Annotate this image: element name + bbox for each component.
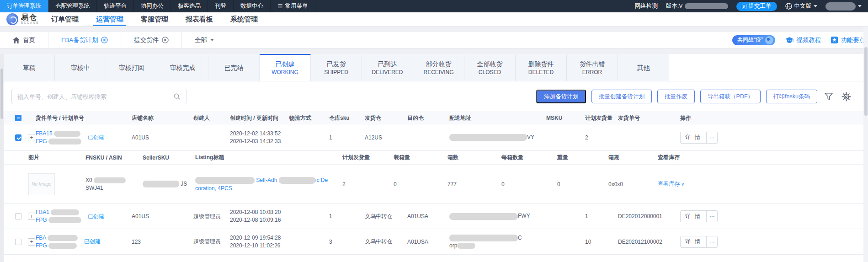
table-settings-button[interactable] xyxy=(840,91,852,102)
submit-shipment-tab[interactable]: 提交货件 xyxy=(121,32,182,48)
detail-button[interactable]: 详 情 xyxy=(681,132,706,143)
batch-create-plan-button[interactable]: 批量创建备货计划 xyxy=(591,90,652,103)
tab-under-review[interactable]: 审核中 xyxy=(55,54,106,81)
tab-other[interactable]: 其他 xyxy=(618,54,669,81)
creator: 超级管理员 xyxy=(193,238,230,246)
view-stock-link[interactable]: 查看库存 xyxy=(658,181,680,187)
subcol-per-box: 每箱数量 xyxy=(501,154,557,161)
system-nav-collaboration[interactable]: 协同办公 xyxy=(134,0,171,12)
plan-no-link[interactable]: FPG xyxy=(36,217,47,223)
subtable-header-row: 图片 FNSKU / ASIN SellerSKU Listing标题 计划发货… xyxy=(4,151,863,165)
ship-from-warehouse: 义乌中转仓 xyxy=(365,238,407,246)
system-nav-product-selection[interactable]: 极客选品 xyxy=(171,0,208,12)
created-time: 2020-12-08 10:08:20 xyxy=(230,209,286,216)
home-tab[interactable]: 首页 xyxy=(0,32,48,48)
scrollbar-thumb[interactable] xyxy=(864,47,868,116)
delivery-address: C orp xyxy=(449,234,546,250)
language-selector[interactable]: 中文版 xyxy=(785,2,818,10)
tab-shipped[interactable]: 已发货SHIPPED xyxy=(311,54,362,81)
more-actions-button[interactable]: ··· xyxy=(706,236,717,247)
search-icon[interactable] xyxy=(174,93,181,100)
subcol-box-size: 箱规 xyxy=(608,154,658,161)
scrollbar-thumb[interactable] xyxy=(0,69,3,119)
chevron-down-icon xyxy=(814,5,817,7)
system-nav-tracking[interactable]: 轨迹平台 xyxy=(97,0,134,12)
expand-row-button[interactable]: + xyxy=(28,134,35,141)
tab-working[interactable]: 已创建WORKING xyxy=(260,54,311,81)
tab-review-rejected[interactable]: 审核打回 xyxy=(106,54,157,81)
tab-finished[interactable]: 已完结 xyxy=(208,54,260,81)
expand-row-button[interactable]: + xyxy=(28,238,35,246)
more-actions-button[interactable]: ··· xyxy=(706,211,717,222)
filter-button[interactable] xyxy=(823,91,835,102)
detail-button[interactable]: 详 情 xyxy=(681,211,706,222)
tab-delivered[interactable]: 已到达DELIVERED xyxy=(362,54,413,81)
detail-button[interactable]: 详 情 xyxy=(681,236,706,247)
table-row: + FBA FPG 已创建 123 超级管理员 2020-12-09 19:54… xyxy=(4,229,863,255)
epidemic-campaign-badge[interactable]: 共同战“疫” xyxy=(732,35,775,45)
system-nav-publishing[interactable]: 刊登 xyxy=(208,0,234,12)
video-tutorial-link[interactable]: 视频教程 xyxy=(785,36,821,44)
subcol-box-count: 箱数 xyxy=(447,154,501,161)
tab-strip-filler xyxy=(669,54,863,81)
select-all-checkbox[interactable] xyxy=(15,115,21,121)
redacted-text xyxy=(143,181,179,187)
plan-no-link[interactable]: FPG xyxy=(36,242,47,249)
tab-receiving[interactable]: 部分收货RECEIVING xyxy=(413,54,464,81)
listing-title-link[interactable]: Self-Adh xyxy=(256,177,277,183)
shipment-no-link[interactable]: FBA15 xyxy=(36,130,53,137)
expand-row-button[interactable]: + xyxy=(28,213,35,220)
subcol-planned-qty: 计划发货量 xyxy=(342,154,394,161)
epidemic-icon xyxy=(765,36,773,44)
row-checkbox[interactable] xyxy=(15,239,21,245)
nav-system-management[interactable]: 系统管理 xyxy=(228,12,261,26)
shop-name: A01US xyxy=(132,213,193,219)
shipment-no-link[interactable]: FBA1 xyxy=(36,209,49,215)
search-input[interactable] xyxy=(12,93,174,100)
more-actions-button[interactable]: ··· xyxy=(706,132,717,143)
close-icon[interactable] xyxy=(101,37,108,43)
gear-icon xyxy=(841,92,851,102)
plan-no-link[interactable]: FPG xyxy=(36,138,47,144)
nav-order-management[interactable]: 订单管理 xyxy=(48,12,81,26)
tab-deleted[interactable]: 删除货件DELETED xyxy=(516,54,567,81)
system-nav-common-menu[interactable]: ☰ 常用菜单 xyxy=(271,0,315,12)
redacted-text xyxy=(51,209,79,215)
status-badge: 已创建 xyxy=(84,238,101,246)
tab-error[interactable]: 货件出错ERROR xyxy=(567,54,618,81)
ship-from-warehouse: 义乌中转仓 xyxy=(365,213,407,220)
redacted-text xyxy=(54,131,80,137)
listing-title: Self-Adh ic De coration, 4PCS xyxy=(195,176,342,192)
close-icon[interactable] xyxy=(162,37,169,43)
tab-draft[interactable]: 草稿 xyxy=(4,54,55,81)
batch-void-button[interactable]: 批量作废 xyxy=(657,90,695,103)
row-checkbox[interactable] xyxy=(15,134,21,141)
tab-closed[interactable]: 全部收货CLOSED xyxy=(464,54,516,81)
shipment-no-link[interactable]: FBA xyxy=(36,235,46,241)
row-checkbox[interactable] xyxy=(15,213,21,219)
warehouse-sku-count: 3 xyxy=(329,239,365,245)
fba-plan-tab[interactable]: FBA备货计划 xyxy=(48,32,121,48)
submit-ticket-button[interactable]: 提交工单 xyxy=(736,2,777,11)
left-scrollbar[interactable] xyxy=(0,54,4,262)
listing-title-link[interactable]: coration, 4PCS xyxy=(195,185,232,192)
filter-all-dropdown[interactable]: 全部 xyxy=(182,32,227,48)
system-nav-data-center[interactable]: 数据中心 xyxy=(234,0,271,12)
nav-operations-management[interactable]: 运营管理 xyxy=(93,12,126,26)
nav-customer-service[interactable]: 客服管理 xyxy=(138,12,171,26)
network-check-link[interactable]: 网络检测 xyxy=(635,2,658,10)
vertical-scrollbar[interactable] xyxy=(863,27,868,262)
tab-review-completed[interactable]: 审核完成 xyxy=(157,54,208,81)
nav-report-dashboard[interactable]: 报表看板 xyxy=(183,12,216,26)
system-nav-order-management[interactable]: 订单管理系统 xyxy=(0,0,48,12)
col-destination: 目的仓 xyxy=(407,114,449,122)
listing-title-link[interactable]: ic De xyxy=(315,177,328,183)
export-carton-label-button[interactable]: 导出箱唛（PDF） xyxy=(700,90,761,103)
print-fnsku-barcode-button[interactable]: 打印fnsku条码 xyxy=(766,90,817,103)
user-account-menu[interactable] xyxy=(825,2,862,11)
feature-highlights-link[interactable]: 功能要点 xyxy=(831,36,865,44)
asin: SWJ41 xyxy=(85,184,143,192)
add-plan-button[interactable]: 添加备货计划 xyxy=(536,90,586,103)
system-nav-warehouse[interactable]: 仓配管理系统 xyxy=(48,0,97,12)
created-time: 2020-12-02 14:33:52 xyxy=(230,130,286,138)
